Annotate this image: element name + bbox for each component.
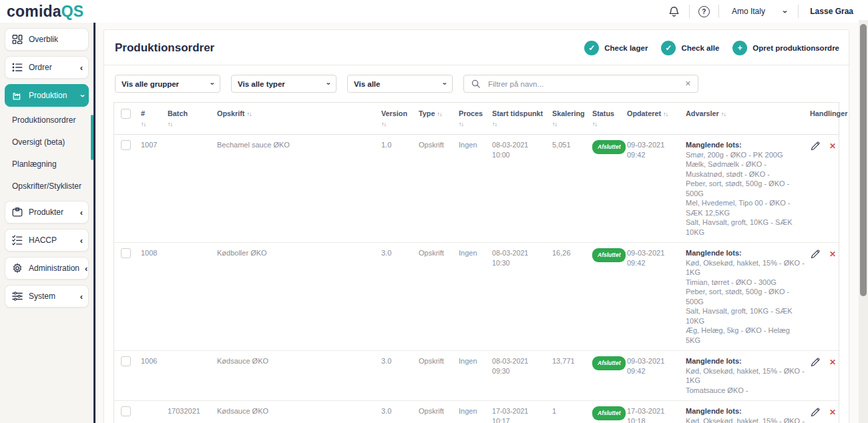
sliders-icon xyxy=(11,290,23,302)
advarsler-title: Manglende lots: xyxy=(686,140,805,150)
sort-icon[interactable]: ↑↓ xyxy=(592,119,627,129)
search-icon xyxy=(471,79,481,89)
chevron-left-icon: ‹ xyxy=(80,208,83,217)
delete-icon[interactable]: ✕ xyxy=(829,358,836,366)
status-filter-select[interactable]: Vis alle ‹ xyxy=(347,75,453,93)
row-skalering: 16,26 xyxy=(552,248,592,258)
sort-icon[interactable]: ↑↓ xyxy=(168,119,217,129)
row-advarsler: Manglende lots:Kød, Oksekød, hakket, 15%… xyxy=(686,248,810,345)
sidebar-item-administration[interactable]: Administration ‹ xyxy=(5,257,89,280)
dashboard-icon xyxy=(11,33,23,45)
row-number: 1006 xyxy=(141,356,168,366)
row-version: 3.0 xyxy=(381,356,419,366)
sort-icon[interactable]: ↑↓ xyxy=(721,111,726,117)
chevron-down-icon: ‹ xyxy=(325,83,333,85)
sort-icon[interactable]: ↑↓ xyxy=(141,119,168,129)
column-proces: Proces↑↓ xyxy=(459,109,492,129)
sidebar-subitem-produktionsordrer[interactable]: Produktionsordrer xyxy=(12,115,89,125)
row-checkbox-cell xyxy=(121,406,141,419)
edit-icon[interactable] xyxy=(810,249,821,260)
notifications-bell-icon[interactable] xyxy=(668,5,680,18)
divider xyxy=(798,5,799,18)
sort-icon[interactable]: ↑↓ xyxy=(663,111,668,117)
scrollbar-thumb[interactable] xyxy=(860,24,867,296)
delete-icon[interactable]: ✕ xyxy=(829,142,836,150)
package-icon xyxy=(11,206,23,218)
row-checkbox[interactable] xyxy=(121,406,131,416)
workspace-selector[interactable]: Amo Italy ‹ xyxy=(728,7,789,16)
row-type: Opskrift xyxy=(419,140,459,150)
row-checkbox[interactable] xyxy=(121,248,131,258)
check-alle-button[interactable]: ✓ Check alle xyxy=(661,41,719,55)
row-advarsler: Manglende lots:Kød, Oksekød, hakket, 15%… xyxy=(686,356,810,395)
advarsler-item: Smør, 200g - ØKO - PK 200G xyxy=(686,150,805,160)
sort-icon[interactable]: ↑↓ xyxy=(381,119,419,129)
row-version: 1.0 xyxy=(381,140,419,150)
column-opskrift: Opskrift↑↓ xyxy=(217,109,381,119)
status-badge: Afsluttet xyxy=(592,248,626,262)
column-batch: Batch↑↓ xyxy=(168,109,217,129)
group-filter-select[interactable]: Vis alle grupper ‹ xyxy=(115,75,220,93)
row-checkbox[interactable] xyxy=(121,356,131,366)
row-opdateret: 09-03-2021 09:42 xyxy=(627,140,686,160)
help-icon[interactable]: ? xyxy=(698,6,710,17)
column-status: Status↑↓ xyxy=(592,109,627,129)
delete-icon[interactable]: ✕ xyxy=(829,408,836,416)
clear-search-icon[interactable]: ✕ xyxy=(685,79,691,88)
row-type: Opskrift xyxy=(419,406,459,416)
row-batch: 17032021 xyxy=(168,406,217,416)
edit-icon[interactable] xyxy=(810,141,821,151)
column-num: #↑↓ xyxy=(141,109,168,129)
select-all-checkbox[interactable] xyxy=(121,109,131,119)
group-filter-value: Vis alle grupper xyxy=(122,80,179,88)
sidebar-item-produktion[interactable]: Produktion ‹ xyxy=(5,84,89,107)
status-badge: Afsluttet xyxy=(592,406,626,420)
chevron-down-icon: ‹ xyxy=(209,83,216,85)
sort-icon[interactable]: ↑↓ xyxy=(459,119,492,129)
top-bar: comidaQS ? Amo Italy ‹ Lasse Graa xyxy=(0,0,868,23)
main-content: Produktionsordrer ✓ Check lager ✓ Check … xyxy=(95,23,859,423)
check-alle-label: Check alle xyxy=(681,44,719,52)
sidebar-item-produkter[interactable]: Produkter ‹ xyxy=(5,201,89,224)
sort-icon[interactable]: ↑↓ xyxy=(552,119,592,129)
type-filter-select[interactable]: Vis alle typer ‹ xyxy=(231,75,337,93)
sidebar-subitem-planlaegning[interactable]: Planlægning xyxy=(12,159,89,169)
advarsler-item: Æg, Helæg, 5kg - ØKO - Helæg 5KG xyxy=(686,326,805,345)
advarsler-item: Salt, Havsalt, groft, 10KG - SÆK 10KG xyxy=(686,306,805,326)
advarsler-item: Kød, Oksekød, hakket, 15% - ØKO - 1KG xyxy=(686,366,805,386)
sidebar-item-label: Administration xyxy=(29,264,79,273)
sidebar-subitem-opskrifter-styklister[interactable]: Opskrifter/Styklister xyxy=(12,181,89,191)
row-actions: ✕ xyxy=(810,140,841,151)
column-version: Version↑↓ xyxy=(381,109,419,129)
advarsler-item: Kød, Oksekød, hakket, 15% - ØKO - 1KG xyxy=(686,416,805,423)
advarsler-item: Peber, sort, stødt, 500g - ØKO - 500G xyxy=(686,179,805,198)
row-proces: Ingen xyxy=(459,406,492,416)
opret-produktionsordre-button[interactable]: + Opret produktionsordre xyxy=(732,41,839,55)
edit-icon[interactable] xyxy=(810,407,821,418)
search-input[interactable] xyxy=(487,79,679,89)
chevron-left-icon: ‹ xyxy=(80,292,83,301)
delete-icon[interactable]: ✕ xyxy=(829,250,836,258)
sidebar-item-ordrer[interactable]: Ordrer ‹ xyxy=(5,56,89,79)
row-proces: Ingen xyxy=(459,248,492,258)
app-logo: comidaQS xyxy=(7,4,83,19)
check-lager-label: Check lager xyxy=(604,44,648,52)
sidebar-item-overblik[interactable]: Overblik xyxy=(5,28,89,51)
column-type: Type↑↓ xyxy=(419,109,459,119)
gear-icon xyxy=(11,262,23,274)
user-name[interactable]: Lasse Graa xyxy=(807,7,853,16)
sidebar-subitem-oversigt-beta[interactable]: Oversigt (beta) xyxy=(12,137,89,147)
row-checkbox[interactable] xyxy=(121,140,131,150)
check-lager-button[interactable]: ✓ Check lager xyxy=(584,41,648,55)
row-type: Opskrift xyxy=(419,248,459,258)
workspace-name: Amo Italy xyxy=(732,7,765,16)
column-opdateret: Opdateret↑↓ xyxy=(627,109,686,119)
sidebar-item-haccp[interactable]: HACCP ‹ xyxy=(5,229,89,252)
sort-icon[interactable]: ↑↓ xyxy=(492,119,552,129)
sort-icon[interactable]: ↑↓ xyxy=(437,111,441,117)
edit-icon[interactable] xyxy=(810,357,821,368)
row-skalering: 1 xyxy=(552,406,592,416)
sort-icon[interactable]: ↑↓ xyxy=(246,111,251,117)
sidebar-item-system[interactable]: System ‹ xyxy=(5,285,89,308)
top-bar-right: ? Amo Italy ‹ Lasse Graa xyxy=(668,5,853,18)
